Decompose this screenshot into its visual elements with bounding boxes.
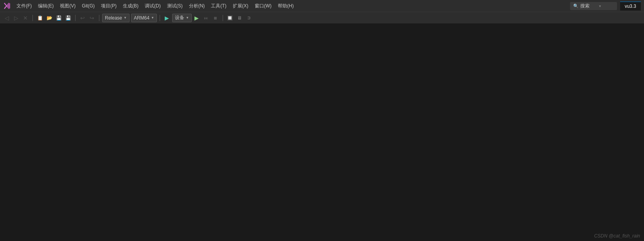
menu-view[interactable]: 视图(V): [57, 1, 79, 11]
back-icon: ◁: [5, 15, 9, 21]
stop-nav-icon: ✕: [23, 15, 28, 21]
search-box[interactable]: 🔍 搜索 ▾: [570, 2, 617, 10]
platform-dropdown[interactable]: ARM64 ▼: [131, 14, 157, 22]
more-options-icon: ⊐: [247, 16, 250, 20]
vs-logo: [3, 2, 11, 10]
menu-file[interactable]: 文件(F): [13, 1, 35, 11]
config-dropdown[interactable]: Release ▼: [102, 14, 130, 22]
main-content: CSDN @cat_fish_rain: [0, 23, 644, 241]
step-over-button[interactable]: ⏭: [202, 14, 210, 22]
menu-tools[interactable]: 工具(T): [208, 1, 229, 11]
back-button[interactable]: ◁: [2, 14, 11, 22]
more-options-button[interactable]: ⊐: [245, 14, 253, 22]
forward-icon: ▷: [14, 15, 18, 21]
search-icon: 🔍: [573, 4, 579, 9]
start-icon: ▶: [194, 15, 199, 21]
diagnostics-button[interactable]: 🔲: [226, 14, 234, 22]
open-file-icon: 📂: [47, 15, 52, 21]
run-button[interactable]: ▶: [163, 14, 171, 22]
menu-project[interactable]: 项目(P): [98, 1, 120, 11]
toolbar: ◁ ▷ ✕ 📋 📂 💾 💾 ↩ ↪: [0, 12, 644, 23]
save-all-button[interactable]: 💾: [64, 14, 72, 22]
start-button[interactable]: ▶: [192, 14, 201, 22]
stop-button[interactable]: ⏹: [211, 14, 220, 22]
menu-bar: 文件(F) 编辑(E) 视图(V) Git(G) 项目(P) 生成(B) 调试(…: [13, 1, 568, 11]
title-bar: 文件(F) 编辑(E) 视图(V) Git(G) 项目(P) 生成(B) 调试(…: [0, 0, 644, 12]
menu-debug[interactable]: 调试(D): [142, 1, 164, 11]
undo-redo-group: ◁ ▷ ✕: [2, 14, 30, 22]
live-share-button[interactable]: 🖥: [235, 14, 244, 22]
undo-button[interactable]: ↩: [78, 14, 87, 22]
device-arrow: ▼: [186, 16, 189, 20]
device-dropdown[interactable]: 设备 ▼: [172, 14, 192, 22]
title-bar-right: 🔍 搜索 ▾ vu3.3: [570, 2, 641, 11]
watermark: CSDN @cat_fish_rain: [594, 233, 640, 239]
config-label: Release: [105, 15, 122, 21]
save-button[interactable]: 💾: [54, 14, 63, 22]
search-arrow: ▾: [599, 4, 601, 8]
forward-button[interactable]: ▷: [12, 14, 20, 22]
separator-3: [99, 15, 99, 21]
separator-5: [223, 15, 223, 21]
menu-extensions[interactable]: 扩展(X): [230, 1, 252, 11]
run-group: ▶ 设备 ▼ ▶ ⏭ ⏹: [163, 14, 220, 22]
menu-analyze[interactable]: 分析(N): [186, 1, 208, 11]
menu-git[interactable]: Git(G): [79, 2, 98, 10]
redo-icon: ↪: [90, 15, 94, 21]
live-share-icon: 🖥: [237, 15, 242, 21]
device-label: 设备: [175, 14, 184, 21]
menu-help[interactable]: 帮助(H): [275, 1, 297, 11]
open-file-button[interactable]: 📂: [45, 14, 54, 22]
file-ops-group: 📋 📂 💾 💾: [36, 14, 72, 22]
redo-button[interactable]: ↪: [88, 14, 96, 22]
separator-4: [160, 15, 160, 21]
stop-nav-button[interactable]: ✕: [21, 14, 30, 22]
extra-group: 🔲 🖥 ⊐: [226, 14, 253, 22]
config-arrow: ▼: [124, 16, 127, 20]
save-all-icon: 💾: [65, 15, 71, 21]
search-label: 搜索: [580, 3, 590, 9]
platform-arrow: ▼: [151, 16, 154, 20]
play-icon: ▶: [165, 15, 169, 21]
platform-label: ARM64: [134, 15, 149, 21]
separator-2: [75, 15, 76, 21]
undo-redo-edit-group: ↩ ↪: [78, 14, 96, 22]
save-icon: 💾: [56, 15, 62, 21]
menu-window[interactable]: 窗口(W): [252, 1, 275, 11]
step-over-icon: ⏭: [204, 16, 208, 20]
undo-icon: ↩: [80, 15, 85, 21]
active-tab[interactable]: vu3.3: [620, 2, 641, 11]
menu-build[interactable]: 生成(B): [120, 1, 142, 11]
menu-edit[interactable]: 编辑(E): [35, 1, 57, 11]
separator-1: [32, 15, 33, 21]
new-file-icon: 📋: [37, 15, 43, 21]
new-file-button[interactable]: 📋: [36, 14, 44, 22]
stop-icon: ⏹: [213, 16, 218, 20]
menu-test[interactable]: 测试(S): [164, 1, 186, 11]
diagnostics-icon: 🔲: [227, 15, 233, 21]
